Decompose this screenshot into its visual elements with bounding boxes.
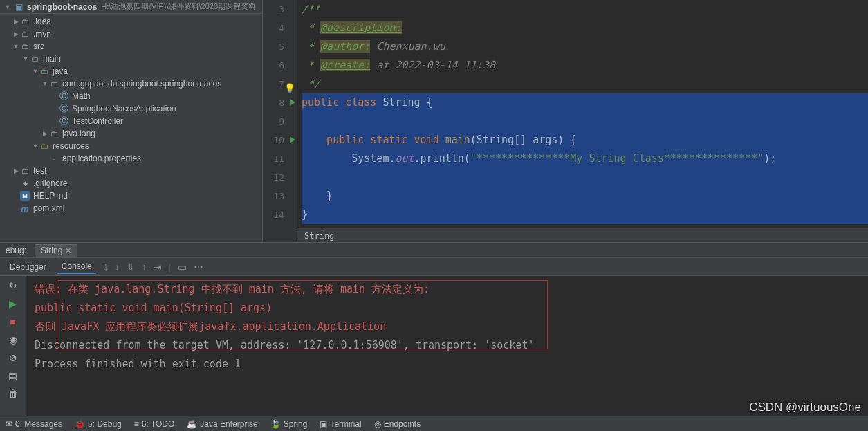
tree-item[interactable]: Math <box>0 90 262 102</box>
close-icon[interactable]: ✕ <box>65 246 71 255</box>
class-icon <box>58 91 69 102</box>
tree-item[interactable]: ▼src <box>0 40 262 53</box>
line-number[interactable]: 5 <box>263 37 297 56</box>
tree-item[interactable]: ▼com.gupaoedu.springboot.springbootnacos <box>0 77 262 90</box>
disconnect-line: Disconnected from the target VM, address… <box>35 336 860 355</box>
stop-icon[interactable]: ■ <box>10 316 15 327</box>
debug-side-toolbar: ↻ ▶ ■ ◉ ⊘ ▤ 🗑 <box>0 276 26 416</box>
expand-arrow-icon[interactable]: ▶ <box>41 130 48 137</box>
tree-item[interactable]: pom.xml <box>0 202 262 214</box>
editor-breadcrumb[interactable]: String <box>297 228 868 243</box>
doc-create-val: at 2022-03-14 11:38 <box>376 59 495 71</box>
mute-breakpoints-icon[interactable]: ⊘ <box>9 352 17 363</box>
project-header: ▼ ▣ springboot-nacos H:\沽泡第四期(VIP)\课件资料\… <box>0 0 262 14</box>
more-icon[interactable]: ⋯ <box>194 262 203 273</box>
line-number[interactable]: 12 <box>263 168 297 187</box>
main-name: main <box>445 134 470 146</box>
trash-icon[interactable]: 🗑 <box>8 388 18 399</box>
status-endpoints[interactable]: ◎ Endpoints <box>374 419 421 429</box>
step-over-icon[interactable]: ⤵ <box>103 262 108 273</box>
tree-item[interactable]: ▼resources <box>0 140 262 152</box>
line-number[interactable]: 6 <box>263 56 297 75</box>
step-into-icon[interactable]: ↓ <box>115 262 120 273</box>
expand-arrow-icon[interactable]: ▼ <box>32 68 39 75</box>
run-to-cursor-icon[interactable]: ⇥ <box>154 262 162 273</box>
class-icon <box>58 116 69 127</box>
println-string: "***************My String Class*********… <box>470 152 764 165</box>
doc-create-tag: @create: <box>320 59 370 71</box>
resume-icon[interactable]: ▶ <box>9 298 17 309</box>
tree-item-label: application.properties <box>62 154 141 163</box>
layout-icon[interactable]: ▤ <box>8 370 17 381</box>
debug-run-tab[interactable]: String ✕ <box>35 244 77 257</box>
tree-item[interactable]: ▶java.lang <box>0 127 262 140</box>
console-tab[interactable]: Console <box>57 260 96 274</box>
line-number[interactable]: 8 <box>263 93 297 112</box>
status-messages[interactable]: ✉ 0: Messages <box>6 419 62 429</box>
file-icon <box>48 153 59 164</box>
tree-item[interactable]: .gitignore <box>0 177 262 190</box>
tree-item-label: SpringbootNacosApplication <box>72 104 176 113</box>
console-output[interactable]: 错误: 在类 java.lang.String 中找不到 main 方法, 请将… <box>26 276 868 416</box>
srcfolder-icon <box>39 66 50 77</box>
kw-public-class: public class <box>302 96 382 109</box>
line-number[interactable]: 9 <box>263 112 297 131</box>
folder-icon <box>19 41 30 52</box>
project-tree[interactable]: ▶.idea▶.mvn▼src▼main▼java▼com.gupaoedu.s… <box>0 14 262 242</box>
line-number[interactable]: 13 <box>263 187 297 205</box>
status-spring[interactable]: 🍃 Spring <box>270 419 308 429</box>
tree-item-label: resources <box>53 141 89 151</box>
tree-item[interactable]: ▶test <box>0 165 262 177</box>
run-gutter-icon[interactable] <box>290 136 295 143</box>
tree-item[interactable]: ▼main <box>0 53 262 65</box>
gutter[interactable]: 34567💡891011121314 <box>263 0 297 242</box>
tree-item[interactable]: SpringbootNacosApplication <box>0 102 262 115</box>
expand-arrow-icon[interactable]: ▼ <box>12 43 19 50</box>
tree-item[interactable]: HELP.md <box>0 190 262 202</box>
err-main1: main <box>249 283 274 295</box>
err-tail: 方法定义为: <box>365 283 430 295</box>
tree-item[interactable]: ▶.idea <box>0 15 262 28</box>
debugger-tab[interactable]: Debugger <box>6 261 50 273</box>
status-terminal[interactable]: ▣ Terminal <box>320 419 361 429</box>
md-icon <box>19 190 30 201</box>
force-step-into-icon[interactable]: ⇓ <box>127 262 135 273</box>
expand-arrow-icon[interactable]: ▼ <box>32 143 39 149</box>
doc-open: /** <box>302 3 320 15</box>
line-number[interactable]: 11 <box>263 149 297 168</box>
project-root-arrow[interactable]: ▼ <box>4 3 11 10</box>
line-number[interactable]: 14 <box>263 205 297 224</box>
tree-item[interactable]: ▼java <box>0 65 262 77</box>
status-java-ee[interactable]: ☕ Java Enterprise <box>187 419 257 429</box>
tree-item[interactable]: ▶.mvn <box>0 28 262 40</box>
step-out-icon[interactable]: ↑ <box>142 262 147 273</box>
project-panel: ▼ ▣ springboot-nacos H:\沽泡第四期(VIP)\课件资料\… <box>0 0 263 242</box>
run-gutter-icon[interactable] <box>290 99 295 106</box>
line-number[interactable]: 10 <box>263 131 297 149</box>
module-icon: ▣ <box>15 2 23 12</box>
line-number[interactable]: 3 <box>263 0 297 19</box>
err-line2: public static void main(String[] args) <box>35 299 860 318</box>
err-main2: main <box>340 283 365 295</box>
status-todo[interactable]: ≡ 6: TODO <box>134 419 175 429</box>
rerun-icon[interactable]: ↻ <box>9 280 17 291</box>
project-name[interactable]: springboot-nacos <box>27 2 97 12</box>
line-number[interactable]: 7💡 <box>263 75 297 93</box>
doc-close: */ <box>308 77 320 90</box>
tree-item[interactable]: TestController <box>0 115 262 127</box>
err-class: java.lang.String <box>95 283 195 295</box>
tree-item[interactable]: application.properties <box>0 152 262 165</box>
expand-arrow-icon[interactable]: ▶ <box>12 30 19 37</box>
expand-arrow-icon[interactable]: ▼ <box>41 80 48 87</box>
expand-arrow-icon[interactable]: ▼ <box>22 55 29 62</box>
line-number[interactable]: 4 <box>263 19 297 37</box>
debug-toolbar: Debugger Console ⤵ ↓ ⇓ ↑ ⇥ | ▭ ⋯ <box>0 258 868 276</box>
brace-open: { <box>421 96 433 109</box>
expand-arrow-icon[interactable]: ▶ <box>12 167 19 174</box>
expand-arrow-icon[interactable]: ▶ <box>12 18 19 25</box>
code-editor[interactable]: /** * @description: * @author: Chenxuan.… <box>297 0 868 242</box>
view-breakpoints-icon[interactable]: ◉ <box>9 334 17 345</box>
status-debug[interactable]: 🐞 5: Debug <box>75 419 122 429</box>
evaluate-icon[interactable]: ▭ <box>178 262 187 273</box>
exit-line: Process finished with exit code 1 <box>35 355 860 374</box>
